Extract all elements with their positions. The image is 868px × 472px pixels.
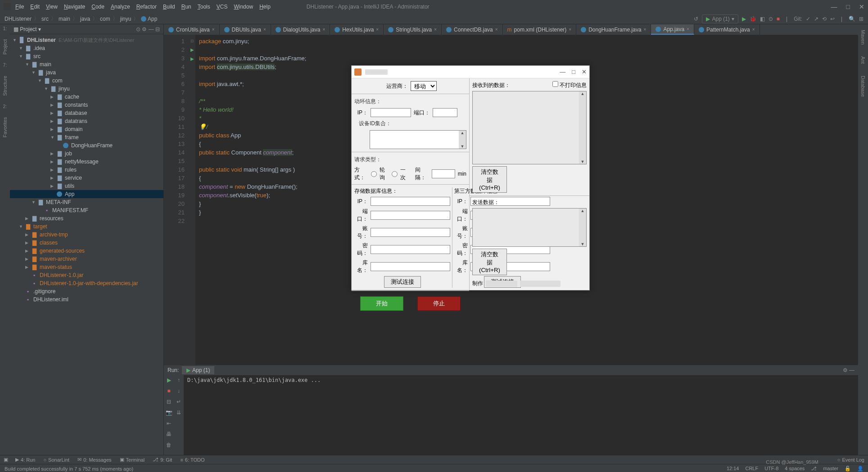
sidebar-favorites[interactable]: Favorites	[2, 117, 8, 137]
menu-refactor[interactable]: Refactor	[136, 4, 157, 10]
dialog-maximize-icon[interactable]: □	[572, 68, 575, 75]
indent[interactable]: 4 spaces	[785, 466, 805, 472]
store-account-input[interactable]	[371, 228, 450, 237]
mode-poll-radio[interactable]	[371, 171, 377, 177]
tree-item[interactable]: ▼▇java	[10, 68, 163, 77]
bottom-tab[interactable]: ▶4: Run	[15, 457, 35, 463]
run-configuration[interactable]: ▶ App (1) ▾	[702, 14, 738, 23]
editor-tab[interactable]: mpom.xml (DHListener)×	[503, 24, 577, 35]
lock-icon[interactable]: 🔓	[845, 466, 851, 472]
editor-tab[interactable]: DialogUtils.java×	[271, 24, 330, 35]
crumb-src[interactable]: src	[41, 16, 49, 22]
tree-item[interactable]: ▶▇constants	[10, 101, 163, 109]
menu-code[interactable]: Code	[91, 4, 104, 10]
tree-item[interactable]: ▼▇com	[10, 77, 163, 85]
send-textarea[interactable]: ▲▼	[472, 208, 587, 247]
tree-item[interactable]: ▼▇META-INF	[10, 198, 163, 206]
vscroll-icon[interactable]: ▲▼	[459, 131, 466, 149]
trash-icon[interactable]: 🗑	[166, 442, 172, 448]
stop-icon[interactable]: ■	[777, 16, 780, 22]
no-print-checkbox[interactable]	[552, 81, 558, 87]
editor-tab[interactable]: StringUtils.java×	[384, 24, 442, 35]
git-revert-icon[interactable]: ↩	[830, 16, 835, 22]
wrap-icon[interactable]: ↵	[176, 399, 181, 405]
vscroll-icon[interactable]: ▲▼	[579, 91, 586, 164]
menu-vcs[interactable]: VCS	[217, 4, 228, 10]
device-ids-textarea[interactable]	[370, 131, 459, 149]
up-icon[interactable]: ↑	[177, 377, 180, 383]
ip-input[interactable]	[371, 108, 411, 117]
tree-item[interactable]: ▶▇job	[10, 150, 163, 158]
run-icon[interactable]: ▶	[742, 16, 746, 22]
store-test-button[interactable]: 测试连接	[384, 276, 421, 288]
menu-file[interactable]: File	[15, 4, 24, 10]
event-log-label[interactable]: Event Log	[842, 457, 864, 463]
menu-build[interactable]: Build	[163, 4, 175, 10]
stop-button[interactable]: 停止	[417, 296, 461, 311]
tree-root[interactable]: ▼▉DHListenerE:\AM-GIT\新建文件夹\DHListener	[10, 36, 163, 44]
tree-item[interactable]: ▼▇main	[10, 60, 163, 68]
editor-tab[interactable]: HexUtils.java×	[330, 24, 384, 35]
encoding[interactable]: UTF-8	[764, 466, 778, 472]
tree-item[interactable]: ▶▇domain	[10, 125, 163, 133]
git-branch[interactable]: master	[823, 466, 838, 472]
event-log-icon[interactable]: ○	[837, 457, 841, 463]
menu-help[interactable]: Help	[259, 4, 271, 10]
sync-icon[interactable]: ↺	[694, 16, 698, 22]
tree-item[interactable]: ▶▇utils	[10, 182, 163, 190]
code-content[interactable]: package com.jinyu; import com.jinyu.fram…	[195, 35, 306, 365]
tree-item[interactable]: ▼▇src	[10, 52, 163, 60]
minimize-icon[interactable]: —	[831, 3, 837, 10]
stop-icon[interactable]: ■	[167, 388, 170, 394]
coverage-icon[interactable]: ◧	[760, 16, 765, 22]
tree-item[interactable]: ▶▇rules	[10, 166, 163, 174]
tree-item[interactable]: ▶▇datatrans	[10, 117, 163, 125]
search-icon[interactable]: 🔍	[849, 16, 855, 22]
recv-textarea[interactable]: ▲▼	[472, 91, 587, 164]
sidebar-project[interactable]: Project	[2, 39, 8, 54]
sidebar-ant[interactable]: Ant	[860, 56, 866, 64]
port-input[interactable]	[433, 108, 457, 117]
structure-icon[interactable]: ⊞	[859, 16, 863, 22]
tree-item[interactable]: ▶▇nettyMessage	[10, 158, 163, 166]
tool-window-icon[interactable]: ▣	[4, 457, 8, 463]
vscroll-icon[interactable]: ▲▼	[579, 209, 586, 246]
menu-run[interactable]: Run	[181, 4, 191, 10]
menu-window[interactable]: Window	[234, 4, 253, 10]
tree-item[interactable]: ▶▇cache	[10, 93, 163, 101]
crumb-jinyu[interactable]: jinyu	[120, 16, 131, 22]
console-output[interactable]: D:\java\jdk\jdk1.8.0_161\bin\java.exe ..…	[184, 375, 858, 455]
maximize-icon[interactable]: □	[846, 3, 850, 10]
store-dbname-input[interactable]	[371, 262, 450, 271]
store-password-input[interactable]	[371, 245, 450, 254]
editor-tab[interactable]: DBUtils.java×	[220, 24, 271, 35]
camera-icon[interactable]: 📷	[166, 409, 172, 416]
rerun-icon[interactable]: ▶	[167, 377, 171, 383]
editor-tab[interactable]: App.java×	[651, 24, 694, 35]
run-tab[interactable]: ▶ App (1)	[182, 366, 214, 374]
editor-tab[interactable]: PatternMatch.java×	[694, 24, 760, 35]
line-ending[interactable]: CRLF	[745, 466, 758, 472]
tree-item[interactable]: ▪DHListener-1.0-jar-with-dependencies.ja…	[10, 279, 163, 287]
close-icon[interactable]: ✕	[859, 3, 864, 10]
print-icon[interactable]: 🖶	[166, 431, 172, 437]
crumb-com[interactable]: com	[100, 16, 110, 22]
tree-item[interactable]: ▪DHListener-1.0.jar	[10, 271, 163, 279]
editor-tab[interactable]: CronUtils.java×	[164, 24, 220, 35]
scroll-icon[interactable]: ⇊	[176, 409, 181, 416]
bottom-tab[interactable]: ⎇9: Git	[153, 457, 172, 463]
down-icon[interactable]: ↓	[177, 388, 180, 394]
menu-tools[interactable]: Tools	[198, 4, 210, 10]
interval-input[interactable]	[432, 169, 455, 178]
tree-item[interactable]: ▪DHListener.iml	[10, 295, 163, 304]
store-port-input[interactable]	[371, 211, 450, 220]
tree-item[interactable]: ▶▇service	[10, 174, 163, 182]
tree-item[interactable]: App	[10, 190, 163, 198]
sidebar-maven[interactable]: Maven	[860, 30, 866, 45]
profile-icon[interactable]: ⊙	[769, 16, 773, 22]
menu-edit[interactable]: Edit	[30, 4, 40, 10]
exit-icon[interactable]: ⇤	[167, 420, 171, 427]
crumb-java[interactable]: java	[80, 16, 90, 22]
bottom-tab[interactable]: ✉0: Messages	[77, 457, 111, 463]
tree-item[interactable]: ▪.gitignore	[10, 287, 163, 295]
